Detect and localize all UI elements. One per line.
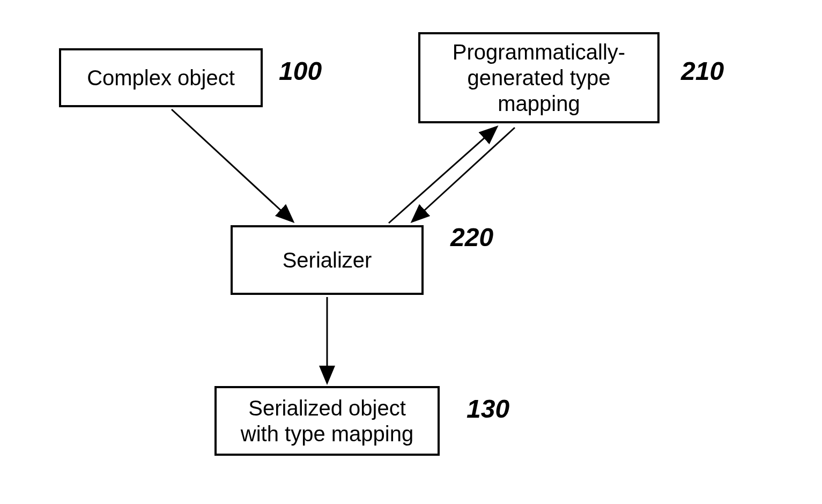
ref-type-mapping: 210 — [681, 56, 724, 86]
svg-line-1 — [172, 109, 292, 221]
svg-line-2 — [389, 128, 496, 223]
svg-line-3 — [413, 128, 515, 221]
node-output-text: Serialized object with type mapping — [227, 395, 427, 447]
node-type-mapping: Programmatically-generated type mapping — [418, 32, 660, 123]
node-serializer: Serializer — [231, 225, 424, 295]
node-serializer-text: Serializer — [283, 247, 372, 273]
ref-serializer: 220 — [450, 223, 493, 252]
ref-output: 130 — [466, 394, 509, 424]
node-type-mapping-text: Programmatically-generated type mapping — [431, 39, 647, 116]
ref-complex-object: 100 — [279, 56, 322, 86]
node-complex-object-text: Complex object — [87, 65, 235, 91]
node-complex-object: Complex object — [59, 48, 263, 107]
node-output: Serialized object with type mapping — [214, 386, 440, 456]
